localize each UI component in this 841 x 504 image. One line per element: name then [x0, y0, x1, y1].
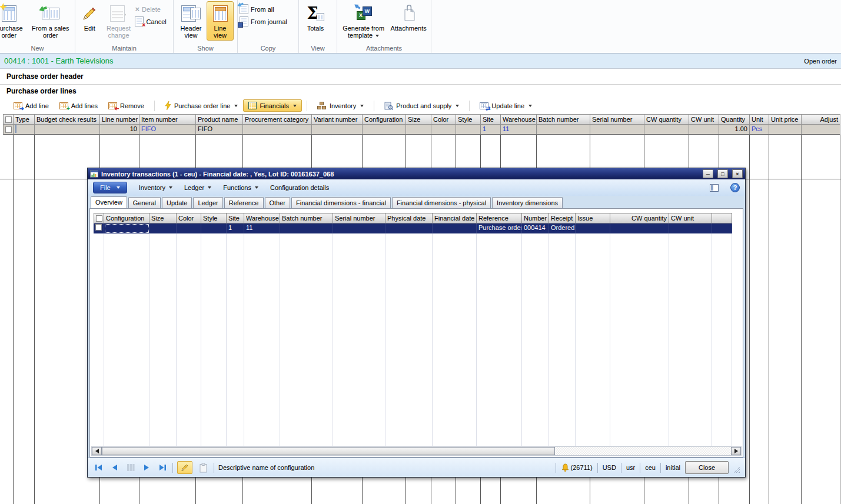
- cell-physical-date[interactable]: [385, 223, 433, 233]
- request-change-button[interactable]: Request change: [102, 1, 135, 41]
- cell-cw-unit[interactable]: [689, 125, 719, 135]
- tab-general[interactable]: General: [128, 197, 161, 208]
- from-journal-button[interactable]: From journal: [240, 15, 287, 28]
- cell-cw-quantity[interactable]: [644, 125, 689, 135]
- column-header-style[interactable]: Style: [201, 213, 227, 223]
- cell-color[interactable]: [177, 223, 201, 233]
- column-header-site[interactable]: Site: [481, 114, 501, 125]
- cell-cw-unit[interactable]: [669, 223, 712, 233]
- delete-button[interactable]: × Delete: [135, 3, 171, 15]
- close-button[interactable]: Close: [685, 461, 729, 474]
- cell-select[interactable]: [94, 223, 104, 233]
- column-header-select[interactable]: [3, 114, 14, 125]
- first-record-button[interactable]: [93, 462, 105, 473]
- cell-cw-quantity[interactable]: [610, 223, 669, 233]
- scroll-left-button[interactable]: [92, 447, 102, 455]
- cell-issue[interactable]: [576, 223, 610, 233]
- remove-button[interactable]: ➜ Remove: [103, 100, 149, 112]
- cell-serial-number[interactable]: [590, 125, 644, 135]
- cell-product-name[interactable]: FIFO: [196, 125, 243, 135]
- cell-style[interactable]: [201, 223, 227, 233]
- column-header-adjust[interactable]: Adjust: [802, 114, 840, 125]
- column-header-style[interactable]: Style: [456, 114, 481, 125]
- cell-number[interactable]: 000414: [522, 223, 549, 233]
- file-menu[interactable]: File: [93, 182, 127, 193]
- column-header-size[interactable]: Size: [406, 114, 431, 125]
- column-header-financial-date[interactable]: Financial date: [433, 213, 477, 223]
- cell-quantity[interactable]: 1.00: [719, 125, 750, 135]
- column-header-size[interactable]: Size: [149, 213, 177, 223]
- column-header-configuration[interactable]: Configuration: [104, 213, 149, 223]
- tab-financial-dimensions-financial[interactable]: Financial dimensions - financial: [291, 197, 391, 208]
- column-header-warehouse[interactable]: Warehouse: [501, 114, 537, 125]
- column-header-variant-number[interactable]: Variant number: [312, 114, 363, 125]
- column-header-select[interactable]: [712, 213, 732, 223]
- help-icon[interactable]: ?: [730, 183, 740, 192]
- cell-style[interactable]: [456, 125, 481, 135]
- next-record-button[interactable]: [141, 462, 152, 473]
- purchase-order-line-menu-button[interactable]: Purchase order line: [159, 99, 243, 112]
- column-header-select[interactable]: [94, 213, 104, 223]
- resize-grip[interactable]: [733, 466, 740, 473]
- header-view-button[interactable]: Header view: [175, 1, 207, 41]
- product-and-supply-menu-button[interactable]: Product and supply: [379, 99, 464, 112]
- cancel-button[interactable]: × Cancel: [135, 15, 171, 28]
- select-all-checkbox[interactable]: [96, 215, 102, 222]
- column-header-batch-number[interactable]: Batch number: [537, 114, 590, 125]
- select-all-checkbox[interactable]: [5, 116, 12, 123]
- column-header-warehouse[interactable]: Warehouse: [244, 213, 280, 223]
- maximize-button[interactable]: □: [717, 169, 728, 178]
- column-header-procurement-category[interactable]: Procurement category: [243, 114, 312, 125]
- tab-update[interactable]: Update: [162, 197, 192, 208]
- row-select-checkbox[interactable]: [5, 126, 12, 133]
- alerts-button[interactable]: (26711): [561, 463, 593, 472]
- cell-financial-date[interactable]: [433, 223, 477, 233]
- column-header-serial-number[interactable]: Serial number: [590, 114, 644, 125]
- column-header-cw-unit[interactable]: CW unit: [669, 213, 712, 223]
- column-header-number[interactable]: Number: [522, 213, 549, 223]
- column-header-unit-price[interactable]: Unit price: [769, 114, 802, 125]
- cell-color[interactable]: [431, 125, 456, 135]
- tab-other[interactable]: Other: [265, 197, 291, 208]
- attachments-button[interactable]: Attachments: [388, 1, 429, 34]
- cell-unit-price[interactable]: [769, 125, 802, 135]
- cell-receipt[interactable]: Ordered: [549, 223, 576, 233]
- column-header-receipt[interactable]: Receipt: [549, 213, 576, 223]
- layout-icon[interactable]: [710, 184, 719, 192]
- inventory-transaction-row[interactable]: 111Purchase order000414Ordered: [90, 223, 743, 233]
- column-header-product-name[interactable]: Product name: [196, 114, 243, 125]
- purchase-order-button[interactable]: Purchase order: [0, 1, 28, 41]
- cell-batch-number[interactable]: [537, 125, 590, 135]
- generate-from-template-button[interactable]: X W Generate from template: [339, 1, 388, 41]
- column-header-cw-unit[interactable]: CW unit: [689, 114, 719, 125]
- cell-configuration[interactable]: [363, 125, 406, 135]
- column-header-issue[interactable]: Issue: [576, 213, 610, 223]
- tab-overview[interactable]: Overview: [91, 196, 127, 208]
- cell-configuration[interactable]: [104, 223, 149, 233]
- from-all-button[interactable]: From all: [240, 3, 287, 15]
- scroll-right-button[interactable]: [731, 447, 741, 455]
- add-line-button[interactable]: ➜ Add line: [8, 100, 54, 112]
- edit-record-button[interactable]: [177, 461, 192, 474]
- column-header-serial-number[interactable]: Serial number: [333, 213, 385, 223]
- minimize-button[interactable]: ─: [703, 169, 713, 178]
- column-header-unit[interactable]: Unit: [750, 114, 769, 125]
- horizontal-scrollbar[interactable]: [91, 446, 742, 456]
- cell-warehouse[interactable]: 11: [501, 125, 537, 135]
- line-view-button[interactable]: Line view: [207, 1, 234, 41]
- scrollbar-track[interactable]: [555, 447, 731, 455]
- paste-record-button[interactable]: [197, 462, 210, 473]
- cell-site[interactable]: 1: [481, 125, 501, 135]
- cell-adjust[interactable]: [802, 125, 840, 135]
- column-header-quantity[interactable]: Quantity: [719, 114, 750, 125]
- cell-reference[interactable]: Purchase order: [477, 223, 522, 233]
- inventory-menu-button[interactable]: Inventory: [312, 99, 369, 112]
- configuration-details-menu[interactable]: Configuration details: [270, 184, 329, 191]
- previous-record-button[interactable]: [109, 462, 121, 473]
- column-header-physical-date[interactable]: Physical date: [385, 213, 433, 223]
- tab-reference[interactable]: Reference: [224, 197, 264, 208]
- cell-batch-number[interactable]: [280, 223, 333, 233]
- cell-select[interactable]: [3, 125, 14, 135]
- tab-financial-dimensions-physical[interactable]: Financial dimensions - physical: [392, 197, 491, 208]
- column-header-cw-quantity[interactable]: CW quantity: [644, 114, 689, 125]
